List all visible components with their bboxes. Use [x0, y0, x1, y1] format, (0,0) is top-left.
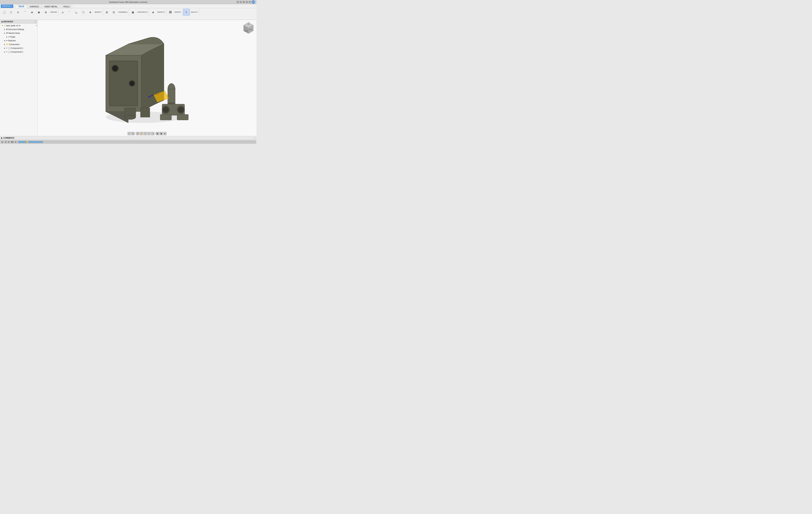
viewcube[interactable]: TOP FRONT RIGHT ↑ [242, 21, 255, 34]
move-button[interactable]: ⊕ [87, 9, 94, 16]
timeline-first-button[interactable]: ⏮ [1, 141, 4, 144]
timeline-op[interactable] [20, 141, 22, 143]
nav-separator [135, 132, 136, 135]
refresh-icon[interactable]: ↻ [243, 1, 245, 3]
timeline-op[interactable] [35, 141, 37, 143]
timeline-op[interactable] [41, 141, 43, 143]
timeline-op[interactable] [22, 141, 24, 143]
tab-solid[interactable]: SOLID [16, 5, 27, 8]
inspect-label-btn[interactable]: INSPECT▾ [156, 9, 166, 16]
chamfer-icon: ◺ [76, 11, 78, 13]
zoom-fit-button[interactable]: 🔍 [151, 132, 154, 135]
rigid-group-icon: ⊟ [113, 11, 115, 13]
close-button[interactable]: × [237, 1, 239, 3]
offset-plane-icon: ▣ [132, 11, 134, 13]
tree-item-root[interactable]: ▼ 🗂 laser guide v4 v4 ⚙ [0, 24, 37, 27]
fit-view-button[interactable]: ⊡ [131, 132, 135, 135]
inspect-group: ◈ INSPECT▾ [150, 9, 166, 16]
new-tab-button[interactable]: + [240, 1, 242, 3]
decal-icon: 🖼 [169, 11, 172, 13]
select-label-btn[interactable]: SELECT▾ [190, 9, 198, 16]
measure-button[interactable]: ◈ [150, 9, 156, 16]
joint-button[interactable]: ⊞ [104, 9, 110, 16]
fillet-button[interactable]: ⌒ [66, 9, 73, 16]
browser-options-icon[interactable]: ⋮ [34, 21, 36, 23]
sweep-button[interactable]: ⌒ [22, 9, 28, 16]
tab-sheet-metal[interactable]: SHEET METAL [42, 5, 60, 8]
browser-panel: ◀ BROWSER ⋮ ▼ 🗂 laser guide v4 v4 ⚙ ▶ ⚙ … [0, 20, 37, 136]
timeline-play-button[interactable]: ▶ [7, 141, 10, 144]
press-pull-button[interactable]: ⊿ [59, 9, 66, 16]
timeline-op[interactable] [29, 141, 30, 143]
tree-item-sketches[interactable]: ▶ ✏ Sketches [0, 39, 37, 42]
decal-button[interactable]: 🖼 [167, 9, 174, 16]
timeline-prev-button[interactable]: ◀ [4, 141, 7, 144]
tree-label-doc-settings: Document Settings [8, 28, 24, 30]
tab-tools[interactable]: TOOLS [60, 5, 72, 8]
chamfer-button[interactable]: ◺ [73, 9, 80, 16]
insert-label-btn[interactable]: INSERT▾ [174, 9, 182, 16]
tree-options[interactable]: ⚙ [36, 25, 37, 27]
user-icon[interactable]: JW [252, 0, 255, 4]
timeline-op-selected[interactable] [27, 141, 28, 143]
revolve-button[interactable]: ⊙ [14, 9, 21, 16]
effects-button[interactable]: ✦ [163, 132, 167, 135]
hole-button[interactable]: ◉ [35, 9, 42, 16]
assemble-label-btn[interactable]: ASSEMBLE▾ [117, 9, 128, 16]
timeline-op[interactable] [31, 141, 32, 143]
tree-item-construction[interactable]: ▶ 📁 Construction [0, 42, 37, 46]
timeline-op[interactable] [24, 141, 26, 143]
construct-group: ▣ CONSTRUCT▾ [129, 9, 149, 16]
browser-title: BROWSER [3, 21, 13, 23]
assemble-group: ⊞ ⊟ ASSEMBLE▾ [104, 9, 129, 16]
help-icon[interactable]: ? [249, 1, 251, 3]
thread-button[interactable]: ⊗ [42, 9, 49, 16]
rigid-group-button[interactable]: ⊟ [110, 9, 117, 16]
loft-button[interactable]: ◈ [29, 9, 35, 16]
tree-item-component2[interactable]: ▶ 👁 ⬜ Component2:1 [0, 50, 37, 54]
new-component-button[interactable]: ⬜ [1, 9, 7, 16]
pan-button[interactable]: ✋ [140, 132, 143, 135]
viewport[interactable]: TOP FRONT RIGHT ↑ [37, 20, 257, 136]
comments-expand-icon[interactable]: ▶ [1, 137, 3, 139]
extrude-button[interactable]: ⬡ [8, 9, 14, 16]
svg-point-22 [124, 115, 136, 119]
visibility-icon[interactable]: 👁 [6, 47, 7, 49]
browser-collapse-icon[interactable]: ◀ [1, 21, 3, 23]
select-button[interactable]: ↖ [183, 9, 190, 16]
design-dropdown-button[interactable]: DESIGN ▾ [1, 4, 13, 8]
visual-style-button[interactable]: ◼ [160, 132, 163, 135]
shell-button[interactable]: ⬡ [80, 9, 87, 16]
svg-rect-18 [168, 89, 175, 104]
tab-surface[interactable]: SURFACE [27, 5, 42, 8]
timeline-last-button[interactable]: ⏭ [14, 141, 17, 144]
home-view-button[interactable]: ⌂ [127, 132, 131, 135]
extrude-icon: ⬡ [10, 11, 12, 13]
info-icon[interactable]: ℹ [245, 1, 248, 3]
expand-icon: ▶ [4, 29, 6, 30]
settings-icon: ⚙ [6, 28, 8, 31]
tree-item-origin[interactable]: ▶ ✦ Origin [0, 35, 37, 39]
tree-item-named-views[interactable]: ▶ 👁 Named Views [0, 31, 37, 35]
svg-point-14 [113, 66, 118, 71]
tree-item-doc-settings[interactable]: ▶ ⚙ Document Settings [0, 27, 37, 31]
timeline-op[interactable] [18, 141, 20, 143]
orbit-button[interactable]: ↻ [136, 132, 139, 135]
display-mode-button[interactable]: ▣ [156, 132, 159, 135]
timeline-op[interactable] [33, 141, 34, 143]
timeline-track[interactable] [18, 141, 256, 143]
component-icon: ⬜ [8, 51, 10, 53]
modify-label-btn[interactable]: MODIFY▾ [94, 9, 102, 16]
component-icon: ⬜ [8, 47, 10, 49]
comments-options[interactable]: ⋮ [254, 137, 255, 139]
visibility-icon[interactable]: 👁 [6, 51, 7, 53]
timeline-op[interactable] [39, 141, 41, 143]
create-label-btn[interactable]: CREATE▾ [49, 9, 58, 16]
timeline-next-button[interactable]: ▶▶ [11, 141, 14, 144]
offset-plane-button[interactable]: ▣ [129, 9, 136, 16]
zoom-out-button[interactable]: − [147, 132, 151, 135]
construct-label-btn[interactable]: CONSTRUCT▾ [137, 9, 148, 16]
timeline-op[interactable] [37, 141, 39, 143]
zoom-in-button[interactable]: + [143, 132, 147, 135]
tree-item-component1[interactable]: ▶ 👁 ⬜ Component1:1 [0, 46, 37, 50]
